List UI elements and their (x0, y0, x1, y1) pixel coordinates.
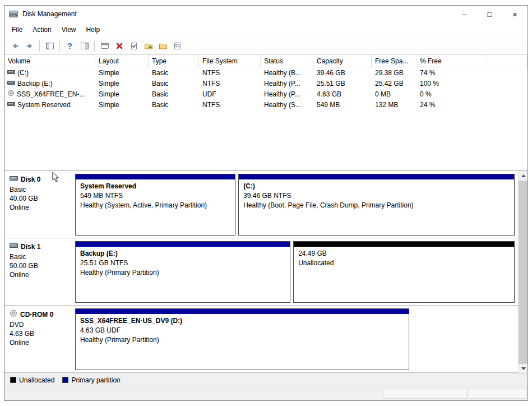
disk-status: Online (10, 270, 71, 279)
partition-status: Healthy (Primary Partition) (80, 335, 404, 345)
disk-row-1: Disk 1 Basic 50.00 GB Online Backup (E:)… (4, 238, 518, 306)
scroll-down-icon[interactable] (519, 364, 528, 373)
check-icon[interactable] (127, 39, 141, 53)
volume-list-pane: Volume Layout Type File System Status Ca… (4, 55, 528, 170)
menu-view[interactable]: View (57, 24, 81, 36)
table-row-volume-backup[interactable]: Backup (E:) Simple Basic NTFS Healthy (P… (4, 78, 528, 89)
delete-icon[interactable] (112, 39, 126, 53)
column-header-volume[interactable]: Volume (4, 55, 95, 67)
menu-help[interactable]: Help (81, 24, 105, 36)
column-header-type[interactable]: Type (149, 55, 199, 67)
graphical-view-pane: Disk 0 Basic 40.00 GB Online System Rese… (4, 170, 528, 373)
disk-management-window: Disk Management – □ × File Action View H… (4, 5, 528, 401)
disk-rows: Disk 0 Basic 40.00 GB Online System Rese… (4, 171, 518, 373)
disk-management-app-icon (9, 10, 19, 19)
drive-icon (7, 80, 15, 87)
menu-bar: File Action View Help (4, 22, 528, 37)
partition-size: 25.51 GB NTFS (80, 259, 285, 268)
help-icon[interactable]: ? (63, 39, 77, 53)
disk-kind: Basic (10, 185, 71, 194)
menu-file[interactable]: File (7, 24, 27, 36)
column-header-pct-free[interactable]: % Free (417, 55, 487, 67)
disk-icon (10, 242, 18, 251)
legend-primary-partition: Primary partition (62, 376, 120, 384)
disk-size: 50.00 GB (10, 261, 71, 270)
disk-icon (10, 175, 18, 184)
drive-icon (7, 101, 15, 109)
column-header-status[interactable]: Status (261, 55, 313, 67)
toolbar-separator (39, 40, 40, 52)
forward-icon[interactable] (22, 39, 36, 53)
table-row-volume-system-reserved[interactable]: System Reserved Simple Basic NTFS Health… (4, 99, 528, 110)
folder-up-icon[interactable] (141, 39, 155, 53)
disk-status: Online (10, 203, 71, 212)
scrollbar-thumb[interactable] (519, 181, 528, 364)
status-bar (4, 386, 528, 400)
partition-color-band (294, 242, 514, 247)
column-header-blank (487, 55, 528, 67)
cdrom-icon (10, 310, 17, 319)
primary-partition-swatch (62, 377, 68, 383)
disk0-label-panel[interactable]: Disk 0 Basic 40.00 GB Online (4, 174, 73, 236)
disk-name: Disk 1 (21, 242, 40, 251)
partition-backup-e[interactable]: Backup (E:) 25.51 GB NTFS Healthy (Prima… (75, 241, 290, 303)
vertical-scrollbar[interactable] (518, 171, 528, 373)
column-header-layout[interactable]: Layout (95, 55, 149, 67)
menu-action[interactable]: Action (27, 24, 56, 36)
disk-size: 40.00 GB (10, 194, 71, 203)
partition-color-band (76, 309, 409, 314)
partition-color-band (239, 174, 514, 179)
partition-title: (C:) (243, 182, 510, 191)
partition-title: SSS_X64FREE_EN-US_DV9 (D:) (80, 316, 404, 326)
folder-icon[interactable] (156, 39, 170, 53)
disk-row-0: Disk 0 Basic 40.00 GB Online System Rese… (4, 171, 518, 238)
partition-color-band (76, 242, 290, 247)
legend-bar: Unallocated Primary partition (4, 373, 528, 386)
table-row-volume-c[interactable]: (C:) Simple Basic NTFS Healthy (B... 39.… (4, 67, 528, 78)
partition-unallocated[interactable]: 24.49 GB Unallocated (293, 241, 515, 303)
disk-status: Online (10, 338, 71, 347)
column-header-free-space[interactable]: Free Spa... (372, 55, 417, 67)
status-pane (469, 389, 526, 399)
toolbar-separator (94, 40, 95, 52)
table-row-volume-dvd[interactable]: SSS_X64FREE_EN-... Simple Basic UDF Heal… (4, 89, 528, 99)
maximize-button[interactable]: □ (477, 6, 502, 22)
minimize-button[interactable]: – (452, 6, 477, 22)
back-icon[interactable] (8, 39, 22, 53)
cd-icon (7, 90, 15, 98)
properties-icon[interactable] (170, 39, 184, 53)
disk1-label-panel[interactable]: Disk 1 Basic 50.00 GB Online (4, 241, 73, 303)
dialog-icon[interactable] (98, 39, 112, 53)
title-bar[interactable]: Disk Management – □ × (4, 6, 528, 22)
partition-status: Healthy (Boot, Page File, Crash Dump, Pr… (243, 201, 510, 210)
partition-status: Healthy (System, Active, Primary Partiti… (80, 201, 230, 210)
unallocated-swatch (10, 377, 16, 383)
partition-title: System Reserved (80, 182, 230, 191)
toolbar-separator (59, 40, 60, 52)
disk1-partitions: Backup (E:) 25.51 GB NTFS Healthy (Prima… (73, 241, 516, 303)
partition-size: 549 MB NTFS (80, 191, 230, 201)
partition-size: 4.63 GB UDF (80, 326, 404, 335)
disk-size: 4.63 GB (10, 329, 71, 338)
close-button[interactable]: × (502, 6, 528, 22)
partition-size: 39.46 GB NTFS (243, 191, 510, 201)
partition-color-band (76, 174, 235, 179)
show-action-pane-icon[interactable] (77, 39, 91, 53)
partition-dvd-d[interactable]: SSS_X64FREE_EN-US_DV9 (D:) 4.63 GB UDF H… (75, 308, 409, 370)
legend-unallocated: Unallocated (10, 376, 54, 384)
show-console-tree-icon[interactable] (43, 39, 57, 53)
scroll-up-icon[interactable] (519, 171, 528, 181)
partition-status: Healthy (Primary Partition) (80, 268, 285, 278)
partition-system-reserved[interactable]: System Reserved 549 MB NTFS Healthy (Sys… (75, 174, 235, 236)
cdrom0-label-panel[interactable]: CD-ROM 0 DVD 4.63 GB Online (4, 308, 73, 370)
disk-kind: DVD (10, 320, 71, 329)
cdrom0-partitions: SSS_X64FREE_EN-US_DV9 (D:) 4.63 GB UDF H… (73, 308, 516, 370)
column-header-file-system[interactable]: File System (199, 55, 261, 67)
drive-icon (7, 69, 15, 77)
partition-c[interactable]: (C:) 39.46 GB NTFS Healthy (Boot, Page F… (238, 174, 515, 236)
volume-table-header: Volume Layout Type File System Status Ca… (4, 55, 528, 67)
column-header-capacity[interactable]: Capacity (313, 55, 372, 67)
disk-row-cdrom-0: CD-ROM 0 DVD 4.63 GB Online SSS_X64FREE_… (4, 306, 518, 373)
partition-title: Backup (E:) (80, 249, 285, 259)
partition-status: Unallocated (298, 259, 510, 268)
